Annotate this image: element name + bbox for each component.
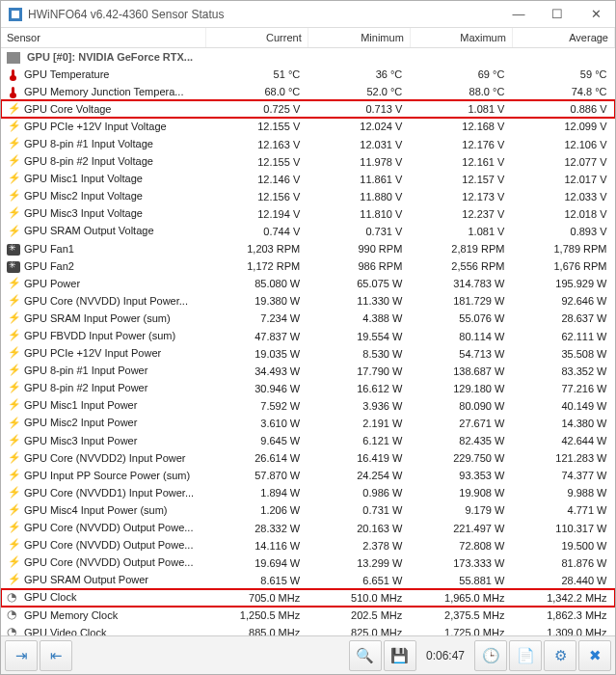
expand-right-button[interactable]: ⇥ [5,640,38,671]
sensor-avg: 83.352 W [512,363,614,380]
power-icon [7,575,20,586]
sensor-cur: 51 °C [205,66,308,83]
sensor-row[interactable]: GPU Misc1 Input Voltage12.146 V11.861 V1… [1,171,615,188]
volt-icon [7,208,20,220]
search-button[interactable]: 🔍 [349,640,382,671]
minimize-button[interactable]: — [499,1,538,28]
sensor-row[interactable]: GPU SRAM Input Power (sum)7.234 W4.388 W… [1,310,615,327]
column-header-row[interactable]: Sensor Current Minimum Maximum Average [1,28,615,48]
sensor-min: 17.790 W [308,363,410,380]
sensor-row[interactable]: GPU Core (NVVDD) Output Powe...14.116 W2… [1,537,615,554]
col-minimum[interactable]: Minimum [308,28,410,48]
sensor-row[interactable]: GPU Core (NVVDD) Input Power...19.380 W1… [1,292,615,310]
logging-button[interactable]: 📄 [509,640,542,671]
sensor-cur: 19.380 W [205,292,308,310]
sensor-row[interactable]: GPU Core (NVVDD2) Input Power26.614 W16.… [1,449,615,467]
power-icon [7,471,20,482]
sensor-name: GPU Misc2 Input Power [24,417,137,428]
sensor-max: 54.713 W [410,345,512,363]
sensor-row[interactable]: GPU Core (NVVDD) Output Powe...19.694 W1… [1,554,615,572]
col-maximum[interactable]: Maximum [410,28,512,48]
sensor-row[interactable]: GPU FBVDD Input Power (sum)47.837 W19.55… [1,328,615,345]
sensor-max: 221.497 W [410,520,512,537]
sensor-row[interactable]: GPU Fan11,203 RPM990 RPM2,819 RPM1,789 R… [1,240,615,257]
sensor-name: GPU Fan2 [24,260,74,272]
sensor-row[interactable]: GPU PCIe +12V Input Voltage12.155 V12.02… [1,118,615,135]
sensor-row[interactable]: GPU Video Clock885.0 MHz825.0 MHz1,725.0… [1,624,615,635]
sensor-cur: 12.163 V [205,135,308,152]
sensor-row[interactable]: GPU SRAM Output Power8.615 W6.651 W55.88… [1,572,615,589]
sensor-max: 12.173 V [410,188,512,205]
sensor-row[interactable]: GPU Misc4 Input Power (sum)1.206 W0.731 … [1,501,615,519]
sensor-row[interactable]: GPU Memory Clock1,250.5 MHz202.5 MHz2,37… [1,607,615,624]
col-average[interactable]: Average [512,28,614,48]
sensor-min: 52.0 °C [308,83,410,100]
sensor-max: 229.750 W [410,449,512,467]
sensor-max: 1,725.0 MHz [410,624,512,635]
sensor-min: 11.880 V [308,188,410,205]
close-tool-button[interactable]: ✖ [578,640,611,671]
col-sensor[interactable]: Sensor [1,28,205,48]
sensor-max: 12.176 V [410,135,512,152]
maximize-button[interactable]: ☐ [538,1,576,28]
sensor-row[interactable]: GPU SRAM Output Voltage0.744 V0.731 V1.0… [1,223,615,240]
sensor-row[interactable]: GPU Misc2 Input Power3.610 W2.191 W27.67… [1,415,615,432]
window-title: HWiNFO64 v6.42-4360 Sensor Status [28,8,224,21]
power-icon [7,400,20,412]
group-label: GPU [#0]: NVIDIA GeForce RTX... [27,51,193,63]
sensor-max: 69 °C [410,66,512,83]
sensor-cur: 885.0 MHz [205,624,308,635]
sensor-row[interactable]: GPU Clock705.0 MHz510.0 MHz1,965.0 MHz1,… [1,589,615,607]
sensor-max: 80.090 W [410,397,512,415]
sensor-row[interactable]: GPU Fan21,172 RPM986 RPM2,556 RPM1,676 R… [1,257,615,275]
sensor-row[interactable]: GPU PCIe +12V Input Power19.035 W8.530 W… [1,345,615,363]
power-icon [7,436,20,447]
sensor-avg: 28.440 W [512,572,614,589]
close-button[interactable]: ✕ [576,1,615,28]
sensor-min: 0.731 V [308,223,410,240]
sensor-name: GPU PCIe +12V Input Power [24,347,161,359]
sensor-row[interactable]: GPU 8-pin #2 Input Voltage12.155 V11.978… [1,153,615,171]
sensor-avg: 110.317 W [512,520,614,537]
sensor-row[interactable]: GPU Misc1 Input Power7.592 W3.936 W80.09… [1,397,615,415]
sensor-max: 314.783 W [410,275,512,292]
sensor-row[interactable]: GPU Power85.080 W65.075 W314.783 W195.92… [1,275,615,292]
power-icon [7,488,20,500]
sensor-name: GPU 8-pin #2 Input Voltage [24,155,153,167]
sensor-row[interactable]: GPU Core Voltage0.725 V0.713 V1.081 V0.8… [1,100,615,118]
sensor-table-container[interactable]: Sensor Current Minimum Maximum Average G… [1,28,615,635]
sensor-cur: 1.894 W [205,484,308,501]
sensor-row[interactable]: GPU 8-pin #2 Input Power30.946 W16.612 W… [1,380,615,397]
volt-icon [7,227,20,238]
sensor-name: GPU Video Clock [24,627,106,635]
save-button[interactable]: 💾 [384,640,416,671]
sensor-row[interactable]: GPU Memory Junction Tempera...68.0 °C52.… [1,83,615,100]
col-current[interactable]: Current [205,28,308,48]
sensor-avg: 4.771 W [512,501,614,519]
sensor-table: Sensor Current Minimum Maximum Average G… [1,28,615,635]
sensor-row[interactable]: GPU 8-pin #1 Input Power34.493 W17.790 W… [1,363,615,380]
sensor-row[interactable]: GPU Misc2 Input Voltage12.156 V11.880 V1… [1,188,615,205]
sensor-row[interactable]: GPU Misc3 Input Voltage12.194 V11.810 V1… [1,205,615,223]
sensor-name: GPU 8-pin #1 Input Voltage [24,138,153,149]
sensor-group-row[interactable]: GPU [#0]: NVIDIA GeForce RTX... [1,48,615,67]
fan-icon [7,244,20,256]
sensor-avg: 59 °C [512,66,614,83]
reset-clock-button[interactable]: 🕒 [474,640,507,671]
sensor-row[interactable]: GPU Core (NVVDD1) Input Power...1.894 W0… [1,484,615,501]
sensor-avg: 0.893 V [512,223,614,240]
sensor-cur: 0.725 V [205,100,308,118]
sensor-row[interactable]: GPU Core (NVVDD) Output Powe...28.332 W2… [1,520,615,537]
sensor-cur: 0.744 V [205,223,308,240]
sensor-row[interactable]: GPU 8-pin #1 Input Voltage12.163 V12.031… [1,135,615,152]
collapse-left-button[interactable]: ⇤ [40,640,72,671]
sensor-row[interactable]: GPU Misc3 Input Power9.645 W6.121 W82.43… [1,432,615,449]
sensor-cur: 26.614 W [205,449,308,467]
sensor-name: GPU Misc1 Input Voltage [24,173,143,184]
sensor-row[interactable]: GPU Temperature51 °C36 °C69 °C59 °C [1,66,615,83]
sensor-max: 1.081 V [410,223,512,240]
settings-button[interactable]: ⚙ [544,640,576,671]
sensor-row[interactable]: GPU Input PP Source Power (sum)57.870 W2… [1,467,615,484]
sensor-cur: 68.0 °C [205,83,308,100]
sensor-name: GPU Misc3 Input Voltage [24,207,143,219]
